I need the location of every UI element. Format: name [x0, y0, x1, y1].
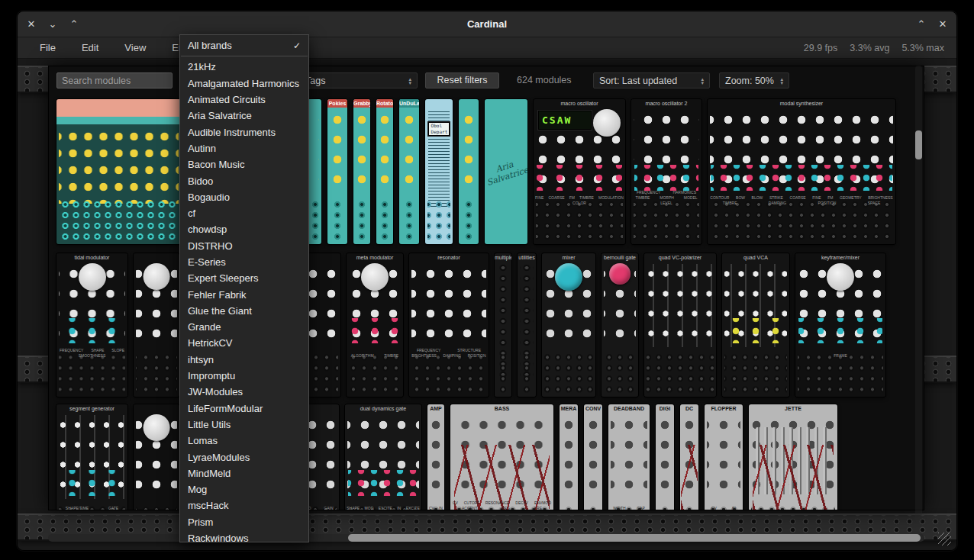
module-panel[interactable]: Obol Depart: [425, 99, 453, 244]
module-label: DAMPING: [769, 201, 786, 205]
module-dc[interactable]: DC: [680, 404, 698, 510]
brand-option-expert-sleepers[interactable]: Expert Sleepers: [180, 270, 308, 286]
module-grabby[interactable]: Grabby: [353, 99, 370, 244]
module-segment-generator[interactable]: SHAPE/TIMEGATEsegment generator: [56, 404, 127, 510]
menu-file[interactable]: File: [30, 37, 66, 59]
module-mixer[interactable]: mixer: [542, 253, 595, 397]
brand-option-hetrickcv[interactable]: HetrickCV: [180, 335, 308, 351]
brand-option-label: 21kHz: [188, 61, 216, 72]
vertical-scrollbar[interactable]: [915, 66, 922, 523]
brand-option-grande[interactable]: Grande: [180, 319, 308, 335]
module-rotatoes[interactable]: Rotatoes: [376, 99, 393, 244]
brand-option-bidoo[interactable]: Bidoo: [180, 172, 308, 188]
brand-option-cf[interactable]: cf: [180, 205, 308, 221]
keep-above-button[interactable]: ⌃: [915, 18, 927, 31]
module-panel[interactable]: [134, 253, 179, 397]
module-title: Pokies: [327, 100, 347, 108]
brand-option-label: Grande: [188, 321, 221, 333]
module-panel[interactable]: [56, 99, 181, 244]
module-panel: [353, 99, 370, 244]
module-amp[interactable]: CVINAMP: [427, 404, 444, 510]
module-multiples[interactable]: multiples: [495, 253, 511, 397]
module-bernoulli-gate[interactable]: bernoulli gate: [601, 253, 638, 397]
vertical-scrollbar-thumb[interactable]: [915, 130, 922, 159]
module-title: quad VCA: [722, 254, 789, 262]
brand-option-glue-the-giant[interactable]: Glue the Giant: [180, 303, 308, 319]
brand-option-label: MindMeld: [188, 468, 231, 479]
module-mera[interactable]: MERA: [560, 404, 578, 510]
module-flopper[interactable]: CVINFLOPPER: [705, 404, 743, 510]
module-panel[interactable]: Aria Salvatrice: [485, 99, 527, 244]
brand-option-jw-modules[interactable]: JW-Modules: [180, 384, 308, 400]
module-label: EXCITE: [379, 506, 392, 510]
brand-option-prism[interactable]: Prism: [180, 514, 308, 530]
module-quad-vc-polarizer[interactable]: quad VC-polarizer: [644, 253, 716, 397]
module-meta-modulator[interactable]: ALGORITHMTIMBREmeta modulator: [347, 253, 403, 397]
module-macro-oscillator[interactable]: CSAWFINECOARSEFMTIMBREMODULATIONCOLORmac…: [534, 99, 625, 244]
brand-option-fehler-fabrik[interactable]: Fehler Fabrik: [180, 286, 308, 302]
brand-option-amalgamated-harmonics[interactable]: Amalgamated Harmonics: [180, 76, 308, 92]
horizontal-scrollbar-thumb[interactable]: [348, 534, 921, 542]
module-panel: [327, 99, 347, 244]
module-panel: [656, 404, 674, 510]
brand-option-audible-instruments[interactable]: Audible Instruments: [180, 124, 308, 140]
brand-option-lyraemodules[interactable]: LyraeModules: [180, 449, 308, 465]
module-utilities[interactable]: utilities: [518, 253, 536, 397]
module-resonator[interactable]: FREQUENCYSTRUCTUREBRIGHTNESSDAMPINGPOSIT…: [409, 253, 489, 397]
brand-option-chowdsp[interactable]: chowdsp: [180, 221, 308, 237]
accent-knobs: [348, 470, 418, 496]
module-pokies[interactable]: Pokies: [327, 99, 347, 244]
brand-option-little-utils[interactable]: Little Utils: [180, 417, 308, 433]
brand-option-mschack[interactable]: mscHack: [180, 497, 308, 513]
brand-option-animated-circuits[interactable]: Animated Circuits: [180, 92, 308, 108]
module-label: LEVEL: [660, 201, 672, 205]
module-title: Rotatoes: [376, 100, 393, 108]
brand-option-bacon-music[interactable]: Bacon Music: [180, 156, 308, 172]
brand-option-mog[interactable]: Mog: [180, 481, 308, 497]
module-label: COARSE: [549, 195, 565, 200]
brand-option-distrho[interactable]: DISTRHO: [180, 238, 308, 254]
module-macro-oscillator-2[interactable]: FREQUENCYHARMONICSTIMBREMORPHMODELLEVELm…: [631, 99, 701, 244]
module-panel[interactable]: [134, 404, 179, 510]
brand-option-label: Expert Sleepers: [188, 272, 259, 284]
brand-option-e-series[interactable]: E-Series: [180, 254, 308, 270]
brand-option-bogaudio[interactable]: Bogaudio: [180, 189, 308, 205]
module-quad-vca[interactable]: quad VCA: [722, 253, 789, 397]
module-undular[interactable]: UnDuLaR: [399, 99, 419, 244]
brand-option-mindmeld[interactable]: MindMeld: [180, 465, 308, 481]
module-dual-dynamics-gate[interactable]: SHAPEMODEXCITEINEXCITEdual dynamics gate: [345, 404, 421, 510]
module-jette[interactable]: JETTE: [749, 404, 837, 510]
module-modal-synthesizer[interactable]: CONTOURBOWBLOWSTRIKECOARSEFINEFMGEOMETRY…: [708, 99, 895, 244]
menu-edit[interactable]: Edit: [72, 37, 108, 59]
brand-option-label: E-Series: [188, 256, 226, 268]
module-title: DC: [680, 405, 698, 413]
brand-option-label: ihtsyn: [188, 354, 214, 365]
brand-option-impromptu[interactable]: Impromptu: [180, 368, 308, 384]
brand-option-lomas[interactable]: Lomas: [180, 433, 308, 449]
module-tidal-modulator[interactable]: FREQUENCYSHAPESLOPESMOOTHNESStidal modul…: [56, 253, 127, 397]
brand-option-ihtsyn[interactable]: ihtsyn: [180, 352, 308, 368]
brand-option-label: LifeFormModular: [188, 403, 263, 414]
menu-view[interactable]: View: [114, 37, 156, 59]
module-panel[interactable]: [459, 99, 479, 244]
brand-option-21khz[interactable]: 21kHz: [180, 59, 308, 75]
module-panel: [518, 253, 536, 397]
window-close-box-button[interactable]: ✕: [937, 18, 949, 31]
brand-option-lifeformmodular[interactable]: LifeFormModular: [180, 401, 308, 417]
resize-handle[interactable]: [938, 533, 951, 546]
brand-option-label: DISTRHO: [188, 240, 233, 252]
brand-option-label: Bogaudio: [188, 191, 230, 203]
module-digi[interactable]: DIGI: [656, 404, 674, 510]
brand-option-rackwindows[interactable]: Rackwindows: [180, 530, 308, 542]
module-bass[interactable]: CVCUTOFFRESONANCEDECAYENVMODACCENTRESPRE…: [450, 404, 553, 510]
module-keyframer-mixer[interactable]: FRAMEkeyframer/mixer: [795, 253, 885, 397]
lcd-display: Obol Depart: [428, 122, 450, 136]
module-labels: FREQUENCYHARMONICSTIMBREMORPHMODELLEVEL: [633, 190, 700, 205]
module-title: macro oscillator 2: [631, 100, 701, 108]
brand-option-autinn[interactable]: Autinn: [180, 140, 308, 156]
brand-option-all-brands[interactable]: All brands✓: [180, 37, 308, 53]
module-deadband[interactable]: WIDTHGAPDEADBAND: [608, 404, 650, 510]
module-conv[interactable]: CONV: [584, 404, 602, 510]
brand-option-aria-salvatrice[interactable]: Aria Salvatrice: [180, 108, 308, 124]
titlebar[interactable]: ✕⌄⌃ Cardinal ⌃✕: [18, 11, 956, 37]
